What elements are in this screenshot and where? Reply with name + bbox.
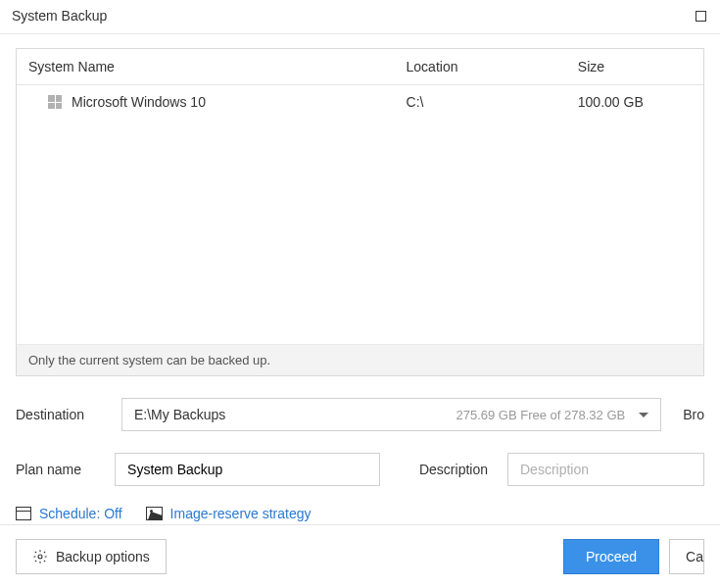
strategy-text: Image-reserve strategy <box>170 506 312 521</box>
chevron-down-icon <box>639 413 648 417</box>
maximize-icon[interactable] <box>696 11 706 22</box>
content-area: System Name Location Size Microsoft Wind… <box>0 34 720 521</box>
schedule-link[interactable]: Schedule: Off <box>16 506 122 521</box>
calendar-icon <box>16 507 31 520</box>
image-reserve-link[interactable]: Image-reserve strategy <box>146 506 312 521</box>
backup-options-label: Backup options <box>56 549 150 564</box>
title-bar: System Backup <box>0 0 720 34</box>
table-header-row: System Name Location Size <box>17 49 703 85</box>
destination-path: E:\My Backups <box>134 407 225 422</box>
proceed-button[interactable]: Proceed <box>563 539 659 574</box>
image-icon <box>146 507 163 520</box>
os-name: Microsoft Windows 10 <box>72 94 206 110</box>
system-table: System Name Location Size Microsoft Wind… <box>17 49 703 344</box>
footer: Backup options Proceed Ca <box>0 524 720 588</box>
plan-label: Plan name <box>16 462 103 477</box>
description-label: Description <box>419 462 488 477</box>
col-size[interactable]: Size <box>566 49 703 85</box>
links-row: Schedule: Off Image-reserve strategy <box>16 506 704 521</box>
svg-point-0 <box>38 555 42 559</box>
destination-free: 275.69 GB Free of 278.32 GB <box>456 408 625 422</box>
hint-bar: Only the current system can be backed up… <box>16 344 704 376</box>
col-location[interactable]: Location <box>395 49 566 85</box>
col-system-name[interactable]: System Name <box>17 49 395 85</box>
footer-right: Proceed Ca <box>563 539 704 574</box>
os-cell: Microsoft Windows 10 <box>28 94 383 110</box>
backup-options-button[interactable]: Backup options <box>16 539 167 574</box>
table-row[interactable]: Microsoft Windows 10 C:\ 100.00 GB <box>17 85 703 120</box>
window-title: System Backup <box>12 8 107 24</box>
description-input[interactable] <box>507 453 704 486</box>
cancel-button[interactable]: Ca <box>669 539 704 574</box>
gear-icon <box>32 549 48 564</box>
plan-row: Plan name Description <box>16 453 704 486</box>
table-empty-space <box>17 119 703 344</box>
os-location: C:\ <box>395 85 566 120</box>
destination-label: Destination <box>16 407 110 422</box>
windows-icon <box>48 95 62 109</box>
destination-select[interactable]: E:\My Backups 275.69 GB Free of 278.32 G… <box>121 398 661 431</box>
plan-name-input[interactable] <box>115 453 380 486</box>
system-table-wrap: System Name Location Size Microsoft Wind… <box>16 48 704 344</box>
browse-button[interactable]: Bro <box>673 407 704 422</box>
schedule-text: Schedule: Off <box>39 506 122 521</box>
os-size: 100.00 GB <box>566 85 703 120</box>
destination-row: Destination E:\My Backups 275.69 GB Free… <box>16 398 704 431</box>
